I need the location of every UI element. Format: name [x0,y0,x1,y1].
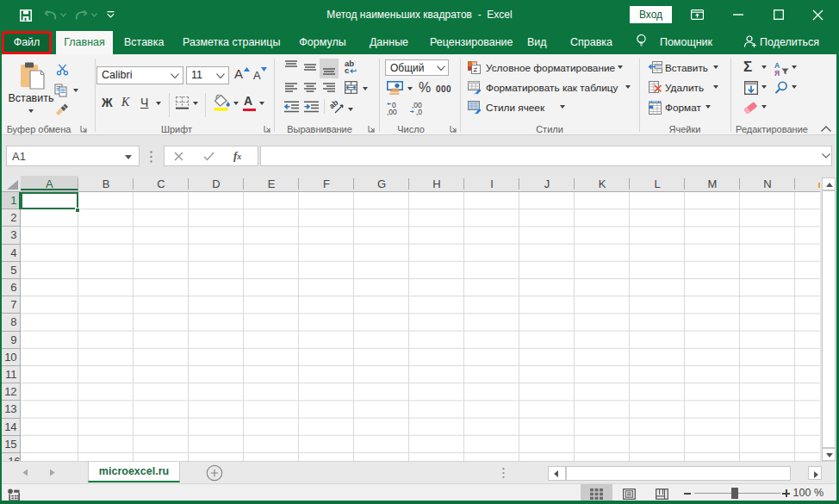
svg-text:,0: ,0 [416,108,422,116]
svg-text:c: c [345,65,349,73]
svg-text:,00: ,00 [387,108,397,116]
svg-text:Я: Я [774,69,780,77]
svg-text:≠: ≠ [474,65,478,74]
